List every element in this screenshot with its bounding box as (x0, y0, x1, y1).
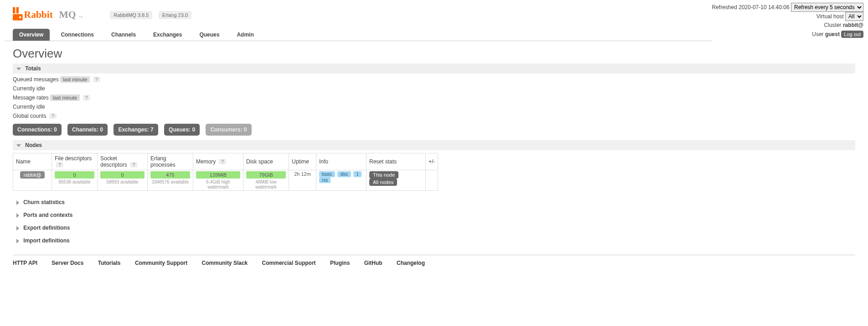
logout-button[interactable]: Log out (841, 31, 863, 38)
refreshed-time: 2020-07-10 14:40:06 (739, 4, 789, 11)
section-export-header[interactable]: Export definitions (13, 223, 855, 233)
section-churn-header[interactable]: Churn statistics (13, 197, 855, 207)
disk-value: 79GiB (246, 171, 286, 179)
mem-watermark: 6.4GiB high watermark (196, 179, 240, 189)
page-title: Overview (13, 47, 863, 61)
disk-watermark: 48MiB low watermark (246, 179, 286, 189)
info-basic-badge: basic (319, 171, 335, 177)
reset-this-node-button[interactable]: This node (369, 171, 398, 179)
rabbitmq-version-badge: RabbitMQ 3.8.5 (110, 11, 152, 19)
info-disc-badge: disc (337, 171, 351, 177)
col-sd: Socket descriptors ? (98, 153, 148, 170)
tab-admin[interactable]: Admin (230, 29, 260, 41)
footer-github[interactable]: GitHub (364, 260, 382, 266)
svg-text:MQ: MQ (59, 9, 76, 20)
help-mem-icon[interactable]: ? (219, 159, 226, 164)
info-rss-badge: rss (319, 177, 331, 183)
count-consumers[interactable]: Consumers: 0 (206, 124, 251, 136)
section-totals-label: Totals (25, 65, 41, 72)
count-queues[interactable]: Queues: 0 (164, 124, 200, 136)
svg-rect-1 (16, 7, 19, 14)
user-label: User (812, 31, 823, 37)
footer-links: HTTP API Server Docs Tutorials Community… (13, 255, 855, 271)
nodes-table: Name File descriptors ? Socket descripto… (13, 153, 438, 191)
svg-text:Rabbit: Rabbit (24, 9, 53, 20)
count-channels[interactable]: Channels: 0 (67, 124, 108, 136)
svg-text:TM: TM (79, 16, 83, 18)
cluster-label: Cluster (824, 22, 842, 28)
tab-exchanges[interactable]: Exchanges (147, 29, 188, 41)
chevron-down-icon (16, 144, 21, 147)
section-nodes-header[interactable]: Nodes (13, 140, 855, 150)
footer-commercial-support[interactable]: Commercial Support (262, 260, 316, 266)
tab-overview[interactable]: Overview (13, 29, 50, 41)
cluster-value: rabbit@ (843, 22, 863, 28)
footer-http-api[interactable]: HTTP API (13, 260, 37, 266)
chevron-down-icon (16, 68, 21, 70)
col-fd: File descriptors ? (52, 153, 98, 170)
col-uptime: Uptime (289, 153, 316, 170)
footer-tutorials[interactable]: Tutorials (98, 260, 121, 266)
section-churn-label: Churn statistics (23, 199, 65, 205)
sd-value: 0 (100, 171, 145, 179)
queued-messages-label: Queued messages (13, 76, 59, 83)
tab-channels[interactable]: Channels (105, 29, 142, 41)
section-import-header[interactable]: Import definitions (13, 236, 855, 246)
svg-point-3 (19, 16, 21, 19)
vhost-label: Virtual host (816, 13, 844, 20)
refreshed-label: Refreshed (712, 4, 737, 11)
section-ports-header[interactable]: Ports and contexts (13, 210, 855, 220)
section-nodes-label: Nodes (25, 142, 42, 148)
node-name-badge[interactable]: rabbit@ (20, 171, 45, 179)
section-export-label: Export definitions (23, 225, 70, 231)
chevron-right-icon (16, 239, 19, 243)
svg-rect-0 (13, 7, 15, 14)
col-mem: Memory ? (193, 153, 243, 170)
footer-community-slack[interactable]: Community Slack (202, 260, 248, 266)
section-import-label: Import definitions (23, 237, 69, 244)
vhost-select[interactable]: All (845, 12, 863, 21)
erlang-version-badge: Erlang 23.0 (159, 11, 191, 19)
sd-available: 58893 available (100, 179, 145, 184)
range-pill-rates[interactable]: last minute (50, 95, 80, 101)
col-toggle[interactable]: +/- (426, 153, 438, 170)
chevron-right-icon (16, 226, 19, 231)
col-reset: Reset stats (367, 153, 426, 170)
message-rates-label: Message rates (13, 95, 49, 101)
col-info: Info (316, 153, 367, 170)
fd-value: 0 (55, 171, 94, 179)
col-name: Name (13, 153, 52, 170)
tab-queues[interactable]: Queues (193, 29, 226, 41)
uptime-value: 2h 12m (289, 170, 316, 191)
reset-all-nodes-button[interactable]: All nodes (369, 179, 397, 186)
help-queued-icon[interactable]: ? (93, 77, 100, 82)
ep-value: 475 (150, 171, 190, 179)
rabbitmq-logo: Rabbit MQ TM (13, 6, 104, 23)
tab-connections[interactable]: Connections (54, 29, 100, 41)
help-rates-icon[interactable]: ? (83, 95, 90, 100)
col-disk: Disk space (243, 153, 289, 170)
table-header-row: Name File descriptors ? Socket descripto… (13, 153, 438, 170)
footer-server-docs[interactable]: Server Docs (52, 260, 83, 266)
footer-changelog[interactable]: Changelog (397, 260, 425, 266)
footer-community-support[interactable]: Community Support (135, 260, 187, 266)
rates-idle: Currently idle (13, 104, 855, 110)
range-pill-queued[interactable]: last minute (60, 76, 90, 83)
global-counts-label: Global counts (13, 113, 46, 119)
col-ep: Erlang processes (148, 153, 193, 170)
count-connections[interactable]: Connections: 0 (13, 124, 62, 136)
count-exchanges[interactable]: Exchanges: 7 (114, 124, 158, 136)
fd-available: 65536 available (55, 179, 94, 184)
help-fd-icon[interactable]: ? (56, 162, 63, 168)
refresh-interval-select[interactable]: Refresh every 5 seconds (791, 3, 863, 12)
table-row: rabbit@ 065536 available 058893 availabl… (13, 170, 438, 191)
footer-plugins[interactable]: Plugins (330, 260, 350, 266)
user-value: guest (825, 31, 840, 37)
section-totals-header[interactable]: Totals (13, 63, 855, 74)
chevron-right-icon (16, 200, 19, 205)
help-sd-icon[interactable]: ? (130, 162, 137, 168)
queued-idle: Currently idle (13, 85, 855, 92)
chevron-right-icon (16, 213, 19, 218)
help-globals-icon[interactable]: ? (49, 113, 57, 119)
ep-available: 1048576 available (150, 179, 190, 184)
